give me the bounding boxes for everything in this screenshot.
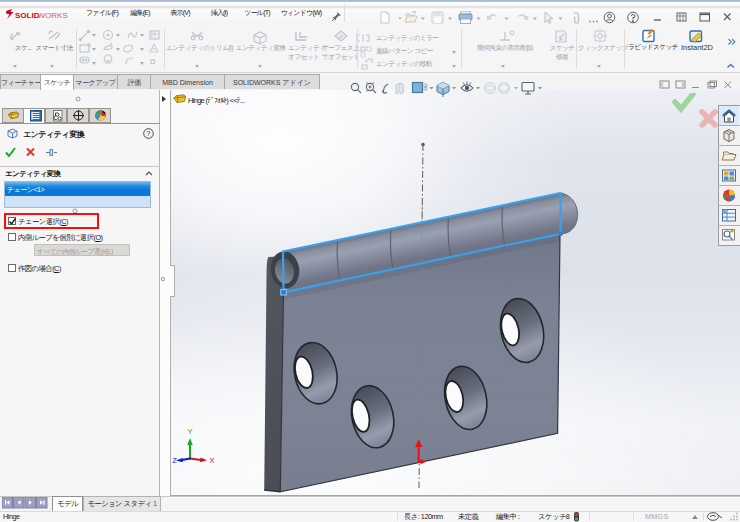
svg-text:X: X (210, 456, 215, 465)
svg-text:SOLID: SOLID (15, 11, 40, 20)
svg-text:WORKS: WORKS (38, 11, 68, 20)
svg-text:Z: Z (172, 456, 177, 465)
svg-text:?: ? (146, 129, 150, 138)
svg-text:Y: Y (188, 427, 193, 436)
